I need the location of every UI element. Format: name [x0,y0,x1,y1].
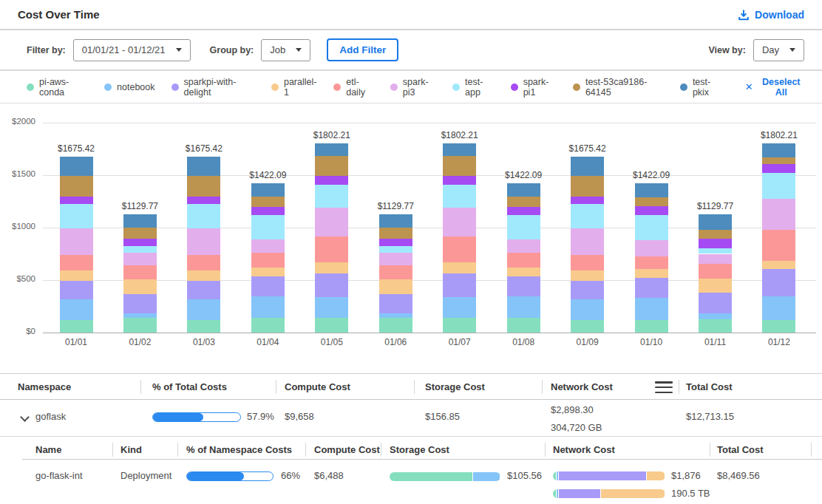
bar-segment-test-53ca9186-64145 [187,176,220,197]
bar-segment-sparkpi-with-delight [315,273,348,297]
namespace-table: Namespace % of Total Costs Compute Cost … [0,373,822,504]
bar-segment-etl-daily [443,236,476,263]
legend-label: test-pkix [693,77,723,98]
add-filter-button[interactable]: Add Filter [327,38,398,61]
bar-total-label: $1129.77 [361,201,429,211]
legend-item-pi-aws-conda[interactable]: pi-aws-conda [27,77,88,98]
table-row-goflask[interactable]: goflask 57.9% $9,658 $156.85 $2,898.30 3… [0,400,822,437]
bar-segment-test-app [443,185,476,208]
bar-segment-pi-aws-conda [571,320,604,333]
bar-segment-test-app [251,215,285,239]
legend-item-test-app[interactable]: test-app [452,77,495,98]
y-axis-tick: $2000 [0,117,35,126]
bar-segment-test-pkix [762,143,795,157]
table-row-go-flask-int[interactable]: go-flask-int Deployment 66% $6,488 $105.… [0,460,822,504]
column-divider [545,443,546,457]
workload-table-header: Name Kind % of Namespace Costs Compute C… [22,437,822,460]
bar-segment-pi-aws-conda [507,318,540,333]
bar-segment-test-pkix [635,183,668,197]
legend-label: etl-daily [346,77,374,98]
namespace-name: goflask [35,411,66,422]
column-divider [679,380,679,394]
bar-segment-pi-aws-conda [315,318,348,333]
bar-segment-parallel-1 [762,261,795,269]
x-axis-tick: 01/10 [628,337,675,347]
column-divider [542,380,543,394]
bar-segment-etl-daily [571,255,604,270]
network-cost-value: $1,876 [671,470,701,481]
usage-bar-segment [559,489,599,498]
bar-segment-pi-aws-conda [443,318,476,333]
network-cost-value: $2,898.30 [551,404,594,415]
bar-segment-notebook [699,313,732,319]
bar-segment-spark-pi3 [635,240,668,256]
col-compute-cost: Compute Cost [314,444,380,455]
view-by-label: View by: [708,45,745,55]
bar-segment-test-app [315,185,348,208]
bar-segment-sparkpi-with-delight [699,293,732,313]
bar-segment-test-app [571,204,604,228]
chevron-down-icon [789,48,795,52]
bar-segment-spark-pi1 [699,239,732,248]
bar-segment-etl-daily [315,236,348,263]
network-cost-bar [553,471,665,480]
legend-item-test-53ca9186-64145[interactable]: test-53ca9186-64145 [573,77,664,98]
col-storage-cost: Storage Cost [425,381,485,392]
gridline [43,123,816,123]
legend-item-notebook[interactable]: notebook [104,82,154,92]
column-divider [177,443,178,457]
x-axis-tick: 01/08 [500,337,547,347]
legend-item-spark-pi3[interactable]: spark-pi3 [390,77,436,98]
storage-cost-value: $156.85 [425,411,460,422]
column-menu-icon[interactable] [655,381,673,393]
bar-segment-notebook [507,296,540,319]
x-axis-tick: 01/04 [244,337,291,347]
column-divider [276,380,276,394]
close-icon: ✕ [745,82,753,92]
bar-segment-sparkpi-with-delight [635,278,668,298]
legend-dot-icon [680,84,687,91]
bar-segment-notebook [571,299,604,319]
bar-segment-parallel-1 [571,270,604,281]
legend-label: test-app [465,77,495,98]
download-button[interactable]: Download [738,9,804,21]
bar-segment-test-app [123,246,157,253]
deselect-all-button[interactable]: ✕ Deselect All [745,77,804,98]
view-by-select[interactable]: Day [753,39,804,61]
bar-segment-spark-pi3 [507,239,540,253]
bar-segment-spark-pi3 [379,253,412,265]
bar-segment-test-53ca9186-64145 [762,157,795,164]
bar-segment-spark-pi1 [443,176,476,185]
col-network-cost: Network Cost [553,444,615,455]
workload-kind: Deployment [120,470,171,481]
pct-total-meter [152,412,241,422]
download-label: Download [755,9,804,21]
usage-bar-segment [553,471,556,480]
chevron-down-icon[interactable] [20,412,30,422]
legend-item-parallel-1[interactable]: parallel-1 [271,77,317,98]
bar-segment-test-53ca9186-64145 [507,197,540,207]
legend-item-etl-daily[interactable]: etl-daily [333,77,374,98]
col-kind: Kind [120,444,142,455]
bar-segment-spark-pi1 [315,176,348,185]
usage-bar-segment [559,471,646,480]
x-axis-tick: 01/03 [180,337,228,347]
col-total-cost: Total Cost [717,444,764,455]
column-divider [140,380,141,394]
x-axis-tick: 01/02 [116,337,163,347]
bar-segment-spark-pi1 [762,164,795,173]
bar-segment-spark-pi3 [571,228,604,255]
bar-segment-spark-pi1 [571,197,604,204]
bar-segment-parallel-1 [60,270,93,281]
group-by-select[interactable]: Job [261,39,310,61]
filter-toolbar: Filter by: 01/01/21 - 01/12/21 Group by:… [0,30,822,71]
legend-item-spark-pi1[interactable]: spark-pi1 [511,77,557,98]
date-range-select[interactable]: 01/01/21 - 01/12/21 [73,39,191,61]
bar-segment-test-53ca9186-64145 [123,228,157,238]
legend-item-sparkpi-with-delight[interactable]: sparkpi-with-delight [171,77,255,98]
bar-segment-spark-pi3 [187,228,220,255]
bar-total-label: $1422.09 [489,170,557,180]
legend-item-test-pkix[interactable]: test-pkix [680,77,723,98]
y-axis-tick: $500 [0,274,35,283]
view-by-value: Day [762,44,779,55]
